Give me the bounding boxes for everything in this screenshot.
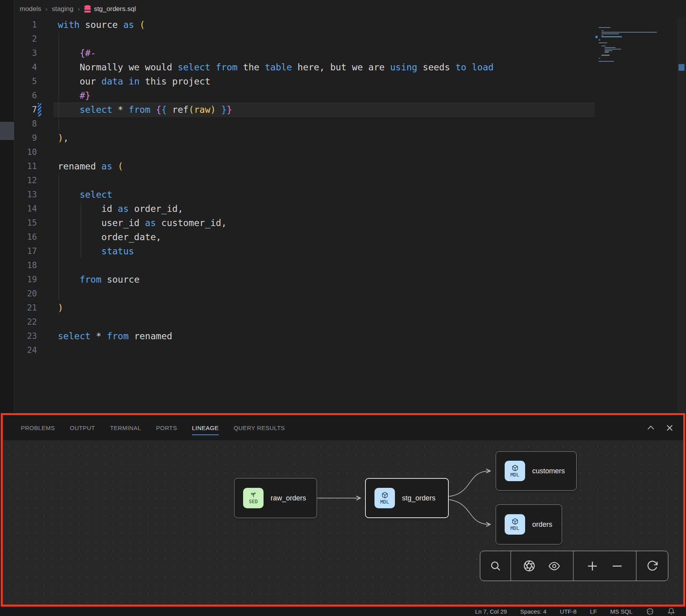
- code-line[interactable]: 14 id as order_id,: [14, 202, 686, 216]
- code-line[interactable]: 24: [14, 343, 686, 357]
- code-line[interactable]: 16 order_date,: [14, 230, 686, 244]
- minimap-line: [599, 42, 607, 43]
- code-line[interactable]: 10: [14, 145, 686, 159]
- panel-tab-output[interactable]: OUTPUT: [70, 415, 95, 440]
- node-label: orders: [532, 520, 552, 529]
- minimap-line: [601, 30, 604, 31]
- minimap[interactable]: [592, 27, 673, 78]
- code-line[interactable]: 7 select * from {{ ref(raw) }}: [14, 103, 686, 117]
- line-number: 13: [14, 188, 37, 202]
- node-label: customers: [532, 467, 565, 475]
- line-number: 10: [14, 145, 37, 159]
- code-line[interactable]: 9),: [14, 131, 686, 145]
- line-content: select: [37, 188, 112, 202]
- close-icon[interactable]: [666, 425, 673, 431]
- line-content: [37, 315, 58, 329]
- lineage-node-stg-orders[interactable]: MDL stg_orders: [365, 478, 449, 518]
- line-content: ),: [37, 131, 69, 145]
- code-line[interactable]: 22: [14, 315, 686, 329]
- line-content: [37, 32, 58, 46]
- zoom-in-icon[interactable]: [586, 560, 599, 572]
- minimap-modified-marker: [596, 36, 597, 38]
- panel-tab-problems[interactable]: PROBLEMS: [21, 415, 55, 440]
- status-cursor-position[interactable]: Ln 7, Col 29: [475, 608, 507, 615]
- breadcrumb-file-name[interactable]: stg_orders.sql: [94, 5, 136, 13]
- bell-icon[interactable]: [668, 607, 675, 615]
- status-language[interactable]: MS SQL: [610, 608, 633, 615]
- code-line[interactable]: 6 #}: [14, 88, 686, 103]
- code-line[interactable]: 15 user_id as customer_id,: [14, 216, 686, 230]
- cube-icon: [512, 465, 518, 471]
- line-number: 23: [14, 329, 37, 343]
- line-content: with source as (: [37, 18, 145, 32]
- sprout-icon: [250, 492, 257, 498]
- code-line[interactable]: 23select * from renamed: [14, 329, 686, 343]
- lineage-node-customers[interactable]: MDL customers: [496, 451, 577, 491]
- panel-tab-ports[interactable]: PORTS: [156, 415, 177, 440]
- code-editor[interactable]: 1with source as (23 {#-4 Normally we wou…: [14, 18, 686, 413]
- badge-label: MDL: [380, 499, 389, 505]
- line-content: {#-: [37, 46, 96, 60]
- lineage-node-raw-orders[interactable]: SED raw_orders: [234, 478, 317, 518]
- status-indentation[interactable]: Spaces: 4: [520, 608, 547, 615]
- aperture-icon[interactable]: [523, 559, 536, 572]
- zoom-out-icon[interactable]: [611, 560, 623, 572]
- code-line[interactable]: 8: [14, 117, 686, 131]
- code-line[interactable]: 18: [14, 258, 686, 272]
- panel-tab-bar: PROBLEMSOUTPUTTERMINALPORTSLINEAGEQUERY …: [3, 415, 683, 440]
- minimap-line: [601, 32, 657, 33]
- panel-tab-terminal[interactable]: TERMINAL: [110, 415, 141, 440]
- code-line[interactable]: 17 status: [14, 244, 686, 258]
- lineage-node-orders[interactable]: MDL orders: [496, 504, 562, 544]
- line-number: 1: [14, 18, 37, 32]
- breadcrumb-item-models[interactable]: models: [20, 5, 41, 13]
- code-line[interactable]: 19 from source: [14, 272, 686, 287]
- line-content: order_date,: [37, 230, 161, 244]
- line-content: [37, 173, 58, 188]
- status-encoding[interactable]: UTF-8: [560, 608, 577, 615]
- minimap-line: [601, 55, 609, 55]
- copilot-icon[interactable]: [646, 608, 654, 615]
- code-line[interactable]: 21): [14, 301, 686, 315]
- eye-icon[interactable]: [547, 560, 561, 572]
- code-line[interactable]: 11renamed as (: [14, 159, 686, 173]
- code-line[interactable]: 3 {#-: [14, 46, 686, 60]
- code-line[interactable]: 4 Normally we would select from the tabl…: [14, 60, 686, 74]
- search-icon[interactable]: [489, 560, 502, 572]
- panel-tab-lineage[interactable]: LINEAGE: [192, 415, 219, 440]
- line-content: ): [37, 301, 63, 315]
- line-content: Normally we would select from the table …: [37, 60, 494, 74]
- overview-ruler[interactable]: [677, 18, 686, 413]
- sidebar-drag-handle[interactable]: [0, 122, 14, 140]
- code-line[interactable]: 13 select: [14, 188, 686, 202]
- code-line[interactable]: 1with source as (: [14, 18, 686, 32]
- code-line[interactable]: 20: [14, 287, 686, 301]
- code-line[interactable]: 5 our data in this project: [14, 74, 686, 88]
- line-number: 8: [14, 117, 37, 131]
- modified-line-gutter-marker: [38, 103, 41, 116]
- breadcrumb-item-staging[interactable]: staging: [52, 5, 74, 13]
- minimap-line: [605, 49, 621, 50]
- status-eol[interactable]: LF: [590, 608, 597, 615]
- code-line[interactable]: 12: [14, 173, 686, 188]
- refresh-icon[interactable]: [646, 560, 658, 572]
- minimap-line: [599, 58, 600, 59]
- line-content: [37, 145, 58, 159]
- model-badge: MDL: [374, 488, 395, 508]
- model-badge: MDL: [505, 461, 525, 481]
- badge-label: SED: [249, 498, 258, 504]
- node-label: raw_orders: [271, 494, 306, 502]
- minimap-line: [601, 46, 606, 46]
- code-line[interactable]: 2: [14, 32, 686, 46]
- cube-icon: [382, 492, 388, 498]
- node-label: stg_orders: [402, 494, 435, 502]
- model-badge: MDL: [505, 514, 525, 535]
- chevron-up-icon[interactable]: [647, 425, 655, 430]
- code-lines: 1with source as (23 {#-4 Normally we wou…: [14, 18, 686, 357]
- lineage-canvas[interactable]: SED raw_orders MDL stg_orders MDL custom…: [3, 440, 683, 605]
- line-number: 4: [14, 60, 37, 74]
- panel-tab-query-results[interactable]: QUERY RESULTS: [234, 415, 285, 440]
- line-content: select * from renamed: [37, 329, 172, 343]
- minimap-line: [605, 50, 612, 51]
- line-number: 16: [14, 230, 37, 244]
